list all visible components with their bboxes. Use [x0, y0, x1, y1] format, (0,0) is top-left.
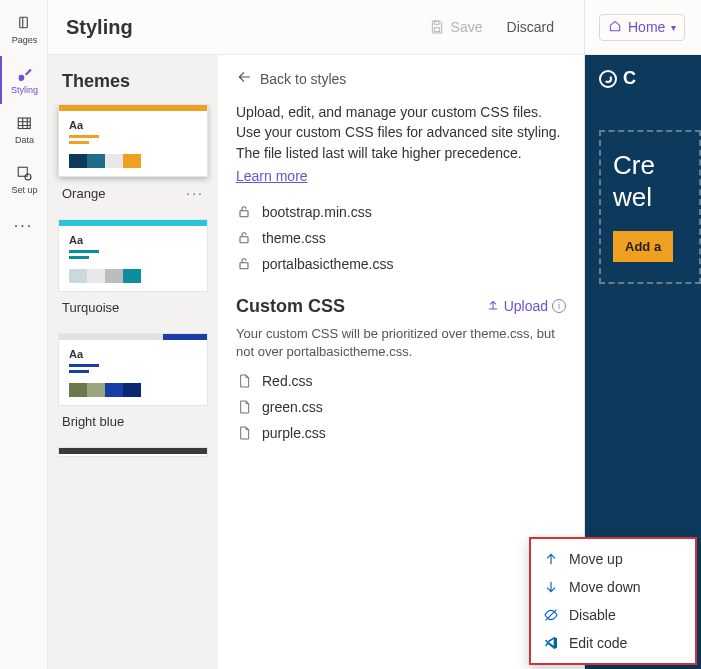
- preview-toolbar: Home ▾: [585, 0, 701, 55]
- save-button[interactable]: Save: [417, 13, 495, 41]
- file-item[interactable]: bootstrap.min.css: [236, 204, 566, 220]
- svg-point-3: [25, 174, 31, 180]
- discard-button[interactable]: Discard: [495, 13, 566, 41]
- file-item[interactable]: purple.css: [236, 425, 566, 441]
- file-name: bootstrap.min.css: [262, 204, 372, 220]
- rail-label: Data: [15, 135, 34, 145]
- css-file-icon: [236, 399, 252, 415]
- main-body: Themes Aa Oran: [48, 55, 584, 669]
- lock-icon: [236, 256, 252, 272]
- theme-thumb: [58, 447, 208, 457]
- theme-card-orange[interactable]: Aa Orange ···: [58, 104, 208, 201]
- description-text: Upload, edit, and manage your custom CSS…: [236, 102, 566, 163]
- arrow-up-icon: [543, 551, 559, 567]
- arrow-down-icon: [543, 579, 559, 595]
- svg-rect-4: [434, 21, 439, 24]
- theme-thumb: Aa: [58, 219, 208, 292]
- custom-css-heading: Custom CSS: [236, 296, 345, 317]
- ctx-disable[interactable]: Disable: [531, 601, 695, 629]
- file-item[interactable]: green.css: [236, 399, 566, 415]
- ctx-edit-code[interactable]: Edit code: [531, 629, 695, 657]
- lock-icon: [236, 204, 252, 220]
- pages-icon: [16, 15, 34, 33]
- rail-label: Set up: [11, 185, 37, 195]
- svg-rect-6: [240, 211, 248, 217]
- theme-card-turquoise[interactable]: Aa Turquoise: [58, 219, 208, 315]
- back-label: Back to styles: [260, 71, 346, 87]
- rail-item-styling[interactable]: Styling: [0, 56, 48, 104]
- svg-rect-1: [18, 118, 30, 129]
- css-file-icon: [236, 425, 252, 441]
- builtin-file-list: bootstrap.min.css theme.css portalbasict…: [236, 204, 566, 272]
- file-name: theme.css: [262, 230, 326, 246]
- rail-more-button[interactable]: ···: [0, 206, 48, 246]
- custom-css-head: Custom CSS Upload i: [236, 296, 566, 317]
- file-name: green.css: [262, 399, 323, 415]
- upload-button[interactable]: Upload: [486, 298, 548, 315]
- themes-heading: Themes: [48, 55, 218, 104]
- rail-item-setup[interactable]: Set up: [0, 156, 48, 204]
- save-icon: [429, 19, 445, 35]
- table-icon: [16, 115, 34, 133]
- ctx-label: Move up: [569, 551, 623, 567]
- custom-file-list: Red.css green.css purple.css: [236, 373, 566, 441]
- learn-more-link[interactable]: Learn more: [236, 168, 308, 184]
- brush-icon: [16, 65, 34, 83]
- svg-rect-8: [240, 263, 248, 269]
- svg-rect-7: [240, 237, 248, 243]
- theme-thumb: Aa: [58, 333, 208, 406]
- rail-label: Styling: [11, 85, 38, 95]
- theme-thumb: Aa: [58, 104, 208, 177]
- chevron-down-icon: ▾: [671, 22, 676, 33]
- crumb-label: Home: [628, 19, 665, 35]
- theme-card-partial[interactable]: [58, 447, 208, 457]
- preview-hero: Crewel Add a: [599, 130, 701, 283]
- svg-rect-0: [19, 17, 27, 28]
- custom-css-note: Your custom CSS will be prioritized over…: [236, 325, 566, 361]
- discard-label: Discard: [507, 19, 554, 35]
- rail-item-pages[interactable]: Pages: [0, 6, 48, 54]
- page-title: Styling: [66, 16, 417, 39]
- back-to-styles-link[interactable]: Back to styles: [236, 69, 566, 88]
- svg-rect-5: [434, 28, 439, 32]
- ctx-move-up[interactable]: Move up: [531, 545, 695, 573]
- hero-text: Crewel: [613, 150, 687, 212]
- theme-label: Turquoise: [62, 300, 119, 315]
- setup-icon: [16, 165, 34, 183]
- file-name: portalbasictheme.css: [262, 256, 394, 272]
- file-item[interactable]: theme.css: [236, 230, 566, 246]
- logo-icon: [599, 70, 617, 88]
- main-column: Styling Save Discard Themes Aa: [48, 0, 584, 669]
- theme-label: Bright blue: [62, 414, 124, 429]
- upload-label: Upload: [504, 298, 548, 314]
- home-icon: [608, 19, 622, 36]
- file-name: purple.css: [262, 425, 326, 441]
- preview-cta-button[interactable]: Add a: [613, 231, 673, 262]
- themes-panel: Themes Aa Oran: [48, 55, 218, 669]
- theme-label: Orange: [62, 186, 105, 201]
- rail-item-data[interactable]: Data: [0, 106, 48, 154]
- file-item[interactable]: Red.css: [236, 373, 566, 389]
- disable-icon: [543, 607, 559, 623]
- info-icon[interactable]: i: [552, 299, 566, 313]
- ctx-label: Move down: [569, 579, 641, 595]
- ctx-label: Disable: [569, 607, 616, 623]
- file-item[interactable]: portalbasictheme.css: [236, 256, 566, 272]
- theme-more-button[interactable]: ···: [186, 185, 204, 201]
- css-file-icon: [236, 373, 252, 389]
- vscode-icon: [543, 635, 559, 651]
- left-rail: Pages Styling Data Set up ···: [0, 0, 48, 669]
- context-menu: Move up Move down Disable Edit code: [529, 537, 697, 665]
- save-label: Save: [451, 19, 483, 35]
- file-name: Red.css: [262, 373, 313, 389]
- lock-icon: [236, 230, 252, 246]
- themes-list[interactable]: Aa Orange ···: [48, 104, 218, 669]
- breadcrumb-home[interactable]: Home ▾: [599, 14, 685, 41]
- ctx-label: Edit code: [569, 635, 627, 651]
- upload-icon: [486, 298, 500, 315]
- theme-card-brightblue[interactable]: Aa Bright blue: [58, 333, 208, 429]
- ctx-move-down[interactable]: Move down: [531, 573, 695, 601]
- preview-logo: C: [585, 67, 701, 90]
- brand-initial: C: [623, 67, 636, 90]
- arrow-left-icon: [236, 69, 252, 88]
